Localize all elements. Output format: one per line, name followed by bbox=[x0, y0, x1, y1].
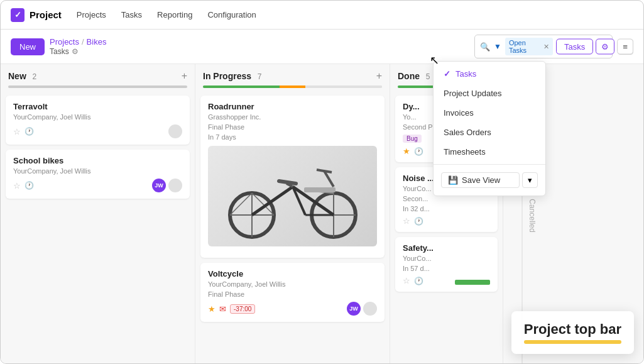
card-terravolt-title: Terravolt bbox=[13, 102, 182, 111]
filter-tag-label: Open Tasks bbox=[509, 39, 541, 54]
progress-green bbox=[203, 85, 280, 88]
save-view-dropdown[interactable]: ▾ bbox=[522, 172, 538, 188]
save-icon: 💾 bbox=[448, 175, 458, 185]
tasks-sub-label: Tasks ⚙ bbox=[50, 47, 106, 56]
view-buttons: Tasks ⚙ ≡ bbox=[556, 39, 633, 55]
clock-icon: 🕐 bbox=[414, 147, 423, 156]
annotation-underline bbox=[524, 340, 621, 344]
card-school-bikes-sub: YourCompany, Joel Willis bbox=[13, 167, 182, 175]
card-roadrunner-phase: Final Phase bbox=[208, 123, 377, 131]
card-roadrunner-sub: Grasshopper Inc. bbox=[208, 113, 377, 121]
logo-icon: ✓ bbox=[11, 8, 25, 22]
column-inprogress-header: In Progress 7 + bbox=[195, 64, 390, 84]
nav-projects[interactable]: Projects bbox=[77, 8, 106, 22]
save-view-row: 💾 Save View ▾ bbox=[434, 167, 545, 193]
card-voltcycle-phase: Final Phase bbox=[208, 290, 377, 298]
svg-line-15 bbox=[279, 181, 296, 184]
breadcrumb-separator: / bbox=[82, 37, 84, 47]
column-inprogress-add[interactable]: + bbox=[376, 70, 382, 82]
menu-item-timesheets[interactable]: Timesheets bbox=[434, 142, 545, 162]
card-school-bikes[interactable]: School bikes YourCompany, Joel Willis ☆ … bbox=[6, 150, 190, 199]
bike-svg bbox=[224, 152, 362, 240]
breadcrumb-area: Projects / Bikes Tasks ⚙ bbox=[50, 37, 106, 56]
column-new-progress bbox=[8, 85, 187, 88]
avatars: JW bbox=[347, 302, 377, 316]
progress-fill bbox=[8, 85, 187, 88]
avatar-voltcycle: JW bbox=[347, 302, 361, 316]
star-icon[interactable]: ☆ bbox=[403, 276, 410, 285]
column-inprogress-progress bbox=[203, 85, 382, 88]
svg-line-13 bbox=[317, 170, 332, 172]
card-terravolt[interactable]: Terravolt YourCompany, Joel Willis ☆ 🕐 bbox=[6, 96, 190, 145]
column-inprogress-count: 7 bbox=[258, 72, 262, 81]
nav-tasks[interactable]: Tasks bbox=[121, 8, 142, 22]
menu-item-tasks[interactable]: Tasks bbox=[434, 64, 545, 84]
column-done-title: Done bbox=[398, 71, 420, 81]
nav-configuration[interactable]: Configuration bbox=[207, 8, 256, 22]
column-new-add[interactable]: + bbox=[182, 70, 187, 82]
card-roadrunner[interactable]: Roadrunner Grasshopper Inc. Final Phase … bbox=[200, 96, 385, 258]
menu-item-sales-orders[interactable]: Sales Orders bbox=[434, 123, 545, 142]
star-icon[interactable]: ☆ bbox=[13, 181, 21, 190]
list-filter-button[interactable]: ≡ bbox=[617, 39, 633, 55]
star-icon[interactable]: ★ bbox=[403, 146, 410, 156]
menu-item-project-updates[interactable]: Project Updates bbox=[434, 84, 545, 103]
card-voltcycle-title: Voltcycle bbox=[208, 269, 377, 279]
card-voltcycle-footer: ★ ✉ -37:00 JW bbox=[208, 302, 377, 316]
star-icon[interactable]: ☆ bbox=[403, 216, 410, 226]
column-inprogress-cards: Roadrunner Grasshopper Inc. Final Phase … bbox=[195, 93, 390, 364]
progress-empty bbox=[305, 85, 382, 88]
card-terravolt-sub: YourCompany, Joel Willis bbox=[13, 113, 182, 121]
menu-divider bbox=[434, 164, 545, 165]
new-button[interactable]: New bbox=[11, 38, 45, 55]
column-inprogress-title: In Progress bbox=[203, 71, 251, 81]
column-new-cards: Terravolt YourCompany, Joel Willis ☆ 🕐 S… bbox=[1, 93, 195, 364]
avatar-placeholder bbox=[168, 124, 182, 138]
breadcrumb-bikes[interactable]: Bikes bbox=[87, 37, 107, 47]
filter-options-button[interactable]: ⚙ bbox=[596, 39, 614, 55]
search-icon: 🔍 bbox=[480, 42, 490, 52]
card-safety-title: Safety... bbox=[403, 243, 490, 253]
svg-line-12 bbox=[324, 171, 334, 187]
avatar-placeholder bbox=[363, 302, 377, 316]
card-school-bikes-footer: ☆ 🕐 JW bbox=[13, 179, 182, 192]
email-icon: ✉ bbox=[219, 304, 226, 314]
column-new: New 2 + Terravolt YourCompany, Joel Will… bbox=[1, 64, 195, 364]
column-done-count: 5 bbox=[426, 72, 430, 81]
card-voltcycle-sub: YourCompany, Joel Willis bbox=[208, 280, 377, 288]
card-school-bikes-title: School bikes bbox=[13, 156, 182, 165]
progress-indicator bbox=[455, 280, 490, 285]
star-icon-active[interactable]: ★ bbox=[208, 304, 216, 314]
filter-tag-close[interactable]: ✕ bbox=[543, 43, 549, 51]
avatar-joel: JW bbox=[152, 179, 166, 192]
menu-item-invoices[interactable]: Invoices bbox=[434, 103, 545, 123]
tasks-view-button[interactable]: Tasks bbox=[556, 39, 593, 55]
svg-rect-17 bbox=[304, 187, 336, 192]
card-safety-sub: YourCo... bbox=[403, 255, 490, 262]
time-badge: -37:00 bbox=[230, 304, 255, 314]
card-terravolt-icons: ☆ 🕐 bbox=[13, 127, 34, 136]
gear-icon[interactable]: ⚙ bbox=[72, 47, 79, 56]
card-safety[interactable]: Safety... YourCo... In 57 d... ☆ 🕐 bbox=[395, 237, 498, 292]
dropdown-menu: Tasks Project Updates Invoices Sales Ord… bbox=[433, 61, 546, 196]
card-terravolt-footer: ☆ 🕐 bbox=[13, 124, 182, 138]
app-title: Project bbox=[30, 9, 62, 20]
card-school-bikes-icons: ☆ 🕐 bbox=[13, 181, 34, 190]
nav-reporting[interactable]: Reporting bbox=[157, 8, 192, 22]
card-voltcycle-icons: ★ ✉ -37:00 bbox=[208, 304, 255, 314]
column-new-header: New 2 + bbox=[1, 64, 195, 84]
star-icon[interactable]: ☆ bbox=[13, 127, 21, 136]
logo: ✓ Project bbox=[11, 8, 62, 22]
clock-icon: 🕐 bbox=[25, 127, 34, 136]
clock-icon: 🕐 bbox=[414, 217, 423, 226]
column-inprogress: In Progress 7 + Roadrunner Grasshopper I… bbox=[195, 64, 390, 364]
card-roadrunner-due: In 7 days bbox=[208, 133, 377, 141]
card-voltcycle[interactable]: Voltcycle YourCompany, Joel Willis Final… bbox=[200, 263, 385, 322]
avatar-placeholder bbox=[168, 179, 182, 192]
save-view-button[interactable]: 💾 Save View bbox=[441, 172, 520, 188]
progress-orange bbox=[280, 85, 305, 88]
cancelled-label: Cancelled bbox=[528, 199, 537, 232]
breadcrumb: Projects / Bikes bbox=[50, 37, 106, 47]
breadcrumb-projects[interactable]: Projects bbox=[50, 37, 79, 47]
card-safety-due: In 57 d... bbox=[403, 265, 490, 272]
